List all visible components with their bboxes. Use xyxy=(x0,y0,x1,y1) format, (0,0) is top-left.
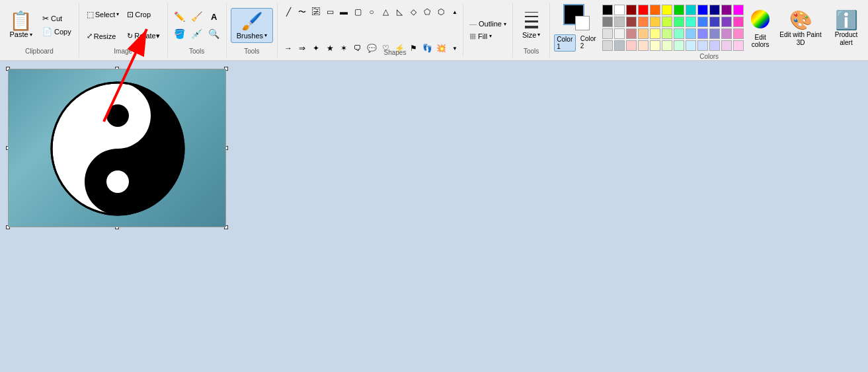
canvas-area[interactable] xyxy=(0,61,868,372)
color-f12[interactable] xyxy=(733,40,744,51)
color-e10[interactable] xyxy=(709,28,720,39)
scroll-up-shapes[interactable]: ▲ xyxy=(448,5,461,19)
rainbow-button[interactable] xyxy=(748,7,772,32)
color-e3[interactable] xyxy=(626,28,637,39)
edit-with-paint3d-button[interactable]: 🎨 Edit with Paint 3D xyxy=(777,8,824,48)
resize-button[interactable]: ⤢ Resize xyxy=(83,30,123,42)
triangle-shape[interactable]: △ xyxy=(379,5,392,19)
callout-oval-shape[interactable]: 💬 xyxy=(365,42,378,55)
arrow-shape2[interactable]: ⇒ xyxy=(296,42,309,55)
outline-button[interactable]: — Outline ▾ xyxy=(466,19,510,29)
color-d6[interactable] xyxy=(686,17,696,27)
color-orange[interactable] xyxy=(638,5,649,15)
color-lgray1[interactable] xyxy=(614,17,625,27)
footprint-shape[interactable]: 👣 xyxy=(420,42,434,55)
color2-swatch[interactable] xyxy=(575,16,590,30)
color-d3[interactable] xyxy=(650,17,660,27)
color-e6[interactable] xyxy=(662,28,672,39)
svg-point-3 xyxy=(106,104,129,127)
yinyang-svg xyxy=(22,76,214,221)
color-gray1[interactable] xyxy=(602,17,613,27)
color-f5[interactable] xyxy=(650,40,660,51)
star6-shape[interactable]: ✶ xyxy=(337,42,350,55)
color-d1[interactable] xyxy=(626,17,637,27)
size-button[interactable]: Size ▾ xyxy=(517,9,545,42)
color-f1[interactable] xyxy=(602,40,613,51)
copy-button[interactable]: 📄 Copy xyxy=(39,26,75,38)
star5-shape[interactable]: ★ xyxy=(323,42,336,55)
color-blue[interactable] xyxy=(697,5,708,15)
scroll-down-shapes[interactable]: ▼ xyxy=(448,42,461,55)
fill-tool[interactable]: 🪣 xyxy=(172,26,188,42)
rect2-shape[interactable]: ▬ xyxy=(337,5,350,19)
color-e2[interactable] xyxy=(614,28,625,39)
color-f7[interactable] xyxy=(674,40,684,51)
color-f8[interactable] xyxy=(686,40,696,51)
brushes-button[interactable]: 🖌️ Brushes ▾ xyxy=(231,8,273,43)
hexagon-shape[interactable]: ⬡ xyxy=(434,5,448,19)
color2-button[interactable]: Color 2 xyxy=(578,34,598,52)
rotate-button[interactable]: ↻ Rotate▾ xyxy=(124,30,163,42)
cut-button[interactable]: ✂ Cut xyxy=(39,13,75,24)
color-teal[interactable] xyxy=(686,5,696,15)
color1-button[interactable]: Color 1 xyxy=(554,34,575,52)
color-e5[interactable] xyxy=(650,28,660,39)
eraser-tool[interactable]: 🧹 xyxy=(189,9,205,24)
color-lime[interactable] xyxy=(662,5,672,15)
curve-shape[interactable]: 〜 xyxy=(296,5,309,19)
color-yellow[interactable] xyxy=(650,5,660,15)
color-f2[interactable] xyxy=(614,40,625,51)
ellipse-shape[interactable]: ○ xyxy=(365,5,378,19)
magnifier-tool[interactable]: 🔍 xyxy=(206,26,222,42)
select-button[interactable]: ⬚ Select ▾ xyxy=(83,9,123,20)
freeform-shape[interactable]: 〾 xyxy=(309,5,323,19)
paste-button[interactable]: 📋 Paste ▾ xyxy=(4,4,38,46)
color-d9[interactable] xyxy=(721,17,732,27)
color-e7[interactable] xyxy=(674,28,684,39)
color-magenta[interactable] xyxy=(733,5,744,15)
diamond-shape[interactable]: ◇ xyxy=(407,5,420,19)
color-black[interactable] xyxy=(602,5,613,15)
arrow-right-shape[interactable]: → xyxy=(282,42,295,55)
crop-button[interactable]: ⊡ Crop xyxy=(124,9,163,20)
color-d2[interactable] xyxy=(638,17,649,27)
color-navy[interactable] xyxy=(709,5,720,15)
color-d8[interactable] xyxy=(709,17,720,27)
eyedropper-tool[interactable]: 💉 xyxy=(189,26,205,42)
color-d4[interactable] xyxy=(662,17,672,27)
line-shape[interactable]: ╱ xyxy=(282,5,295,19)
color-f4[interactable] xyxy=(638,40,649,51)
color-red[interactable] xyxy=(626,5,637,15)
color-purple[interactable] xyxy=(721,5,732,15)
product-alert-button[interactable]: ℹ️ Product alert xyxy=(828,8,864,48)
flag-shape[interactable]: ⚑ xyxy=(407,42,420,55)
color-e8[interactable] xyxy=(686,28,696,39)
callout-rect-shape[interactable]: 🗨 xyxy=(351,42,364,55)
paste-icon: 📋 xyxy=(9,12,32,30)
color-green[interactable] xyxy=(674,5,684,15)
color-f3[interactable] xyxy=(626,40,637,51)
color-e11[interactable] xyxy=(721,28,732,39)
color-d7[interactable] xyxy=(697,17,708,27)
color-e1[interactable] xyxy=(602,28,613,39)
color-e9[interactable] xyxy=(697,28,708,39)
rounded-rect-shape[interactable]: ▢ xyxy=(351,5,364,19)
color-white[interactable] xyxy=(614,5,625,15)
fill-button[interactable]: ▦ Fill ▾ xyxy=(466,30,510,42)
color-f10[interactable] xyxy=(709,40,720,51)
right-triangle-shape[interactable]: ◺ xyxy=(393,5,406,19)
pencil-tool[interactable]: ✏️ xyxy=(172,9,188,24)
text-tool[interactable]: A xyxy=(206,9,222,24)
star4-shape[interactable]: ✦ xyxy=(309,42,323,55)
canvas-image[interactable] xyxy=(8,69,226,227)
color-e4[interactable] xyxy=(638,28,649,39)
color-d5[interactable] xyxy=(674,17,684,27)
color-f6[interactable] xyxy=(662,40,672,51)
color-f11[interactable] xyxy=(721,40,732,51)
explosion-shape[interactable]: 💥 xyxy=(434,42,448,55)
rect-shape[interactable]: ▭ xyxy=(323,5,336,19)
pentagon-shape[interactable]: ⬠ xyxy=(420,5,434,19)
color-f9[interactable] xyxy=(697,40,708,51)
color-d10[interactable] xyxy=(733,17,744,27)
color-e12[interactable] xyxy=(733,28,744,39)
